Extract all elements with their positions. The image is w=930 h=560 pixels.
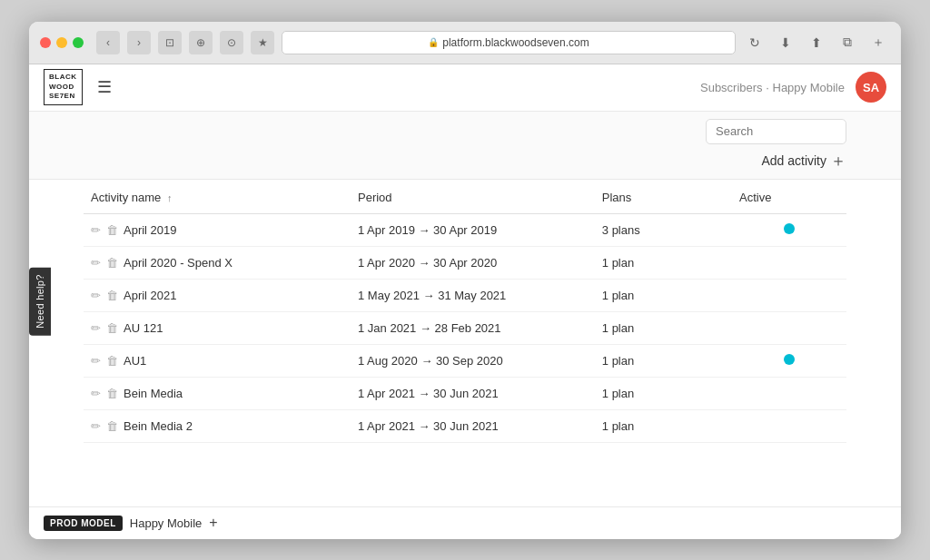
cell-plans: 1 plan [595,377,732,409]
target-icon[interactable]: ⊙ [220,31,243,54]
delete-icon[interactable]: 🗑 [106,289,118,302]
add-tenant-button[interactable]: + [209,515,217,531]
cell-plans: 3 plans [595,213,732,246]
close-traffic-light[interactable] [40,37,51,48]
share-icon[interactable]: ⬆ [805,31,828,54]
cell-plans: 1 plan [595,311,732,344]
table-row[interactable]: ✏ 🗑 Bein Media 1 Apr 2021 → 30 Jun 20211… [84,377,846,409]
sub-header: Add activity ＋ [29,112,901,180]
tenant-name: Happy Mobile [130,516,203,530]
add-activity-button[interactable]: Add activity ＋ [761,150,846,172]
cell-active [732,311,846,344]
table-row[interactable]: ✏ 🗑 April 2019 1 Apr 2019 → 30 Apr 20193… [84,213,846,246]
table-header: Activity name ↑ Period Plans Active [84,180,846,214]
back-button[interactable]: ‹ [96,31,120,54]
breadcrumb: Subscribers · Happy Mobile [700,81,845,94]
need-help-wrapper: Need help? [29,267,51,335]
shield-icon[interactable]: ⊕ [189,31,213,54]
table-row[interactable]: ✏ 🗑 April 2020 - Spend X 1 Apr 2020 → 30… [84,246,846,279]
minimize-traffic-light[interactable] [56,37,67,48]
table-row[interactable]: ✏ 🗑 Bein Media 2 1 Apr 2021 → 30 Jun 202… [84,409,846,442]
delete-icon[interactable]: 🗑 [106,354,118,368]
activity-name[interactable]: AU 121 [124,321,163,335]
cell-plans: 1 plan [595,344,732,377]
forward-button[interactable]: › [127,31,151,54]
cell-active [732,279,846,311]
url-text: platform.blackwoodseven.com [442,36,589,49]
cell-active [732,246,846,279]
activity-name[interactable]: April 2021 [124,289,177,302]
add-activity-label: Add activity [761,153,826,168]
edit-icon[interactable]: ✏ [91,387,101,400]
table-row[interactable]: ✏ 🗑 AU1 1 Aug 2020 → 30 Sep 20201 plan [84,344,846,377]
breadcrumb-separator: · [766,81,769,94]
cell-name: ✏ 🗑 AU1 [84,344,351,377]
top-nav: BLACK WOOD SE7EN ☰ Subscribers · Happy M… [29,64,901,112]
activity-name[interactable]: April 2020 - Spend X [124,256,232,270]
tab-icon[interactable]: ⧉ [836,31,859,54]
col-header-plans: Plans [595,180,732,214]
star-icon[interactable]: ★ [251,31,274,54]
active-indicator [784,354,795,365]
cell-period: 1 Apr 2019 → 30 Apr 2019 [351,213,595,246]
edit-icon[interactable]: ✏ [91,354,101,368]
cell-name: ✏ 🗑 Bein Media [84,377,351,409]
edit-icon[interactable]: ✏ [91,419,101,433]
col-header-active: Active [732,180,846,214]
col-header-period: Period [351,180,595,214]
cell-period: 1 May 2021 → 31 May 2021 [351,279,595,311]
delete-icon[interactable]: 🗑 [106,387,118,400]
edit-icon[interactable]: ✏ [91,289,101,302]
browser-chrome: ‹ › ⊡ ⊕ ⊙ ★ 🔒 platform.blackwoodseven.co… [29,22,901,64]
table-container: Activity name ↑ Period Plans Active ✏ 🗑 … [29,180,901,506]
cell-name: ✏ 🗑 Bein Media 2 [84,409,351,442]
cell-name: ✏ 🗑 April 2021 [84,279,351,311]
sidebar-toggle-button[interactable]: ⊡ [158,31,182,54]
add-activity-plus-icon: ＋ [830,150,846,172]
cell-active [732,377,846,409]
table-header-row: Activity name ↑ Period Plans Active [84,180,846,214]
activity-name[interactable]: Bein Media 2 [124,419,193,433]
refresh-button[interactable]: ↻ [743,31,767,54]
col-header-name: Activity name ↑ [84,180,351,214]
activity-name[interactable]: April 2019 [124,223,177,237]
address-bar[interactable]: 🔒 platform.blackwoodseven.com [282,31,736,54]
search-input[interactable] [706,119,846,144]
edit-icon[interactable]: ✏ [91,223,101,237]
cell-active [732,213,846,246]
cell-plans: 1 plan [595,246,732,279]
table-row[interactable]: ✏ 🗑 AU 121 1 Jan 2021 → 28 Feb 20211 pla… [84,311,846,344]
breadcrumb-current: Happy Mobile [773,81,846,94]
maximize-traffic-light[interactable] [73,37,84,48]
activity-name[interactable]: Bein Media [124,387,183,400]
lock-icon: 🔒 [428,37,439,47]
breadcrumb-prefix: Subscribers [700,81,763,94]
new-tab-button[interactable]: ＋ [866,31,890,54]
delete-icon[interactable]: 🗑 [106,321,118,335]
delete-icon[interactable]: 🗑 [106,256,118,270]
delete-icon[interactable]: 🗑 [106,419,118,433]
download-icon[interactable]: ⬇ [774,31,797,54]
cell-active [732,344,846,377]
cell-plans: 1 plan [595,279,732,311]
activity-name[interactable]: AU1 [124,354,146,368]
cell-period: 1 Aug 2020 → 30 Sep 2020 [351,344,595,377]
logo: BLACK WOOD SE7EN [44,69,83,104]
need-help-button[interactable]: Need help? [29,267,51,335]
edit-icon[interactable]: ✏ [91,321,101,335]
delete-icon[interactable]: 🗑 [106,223,118,237]
activities-table: Activity name ↑ Period Plans Active ✏ 🗑 … [84,180,846,443]
sort-asc-icon[interactable]: ↑ [167,192,173,203]
cell-name: ✏ 🗑 April 2019 [84,213,351,246]
avatar[interactable]: SA [856,72,886,103]
cell-name: ✏ 🗑 AU 121 [84,311,351,344]
bottom-bar: PROD MODEL Happy Mobile + [29,506,901,539]
cell-plans: 1 plan [595,409,732,442]
table-row[interactable]: ✏ 🗑 April 2021 1 May 2021 → 31 May 20211… [84,279,846,311]
edit-icon[interactable]: ✏ [91,256,101,270]
search-row [84,119,846,144]
browser-window: ‹ › ⊡ ⊕ ⊙ ★ 🔒 platform.blackwoodseven.co… [29,22,901,539]
action-row: Add activity ＋ [84,150,846,172]
hamburger-menu-button[interactable]: ☰ [94,74,115,101]
prod-model-badge: PROD MODEL [44,516,123,531]
